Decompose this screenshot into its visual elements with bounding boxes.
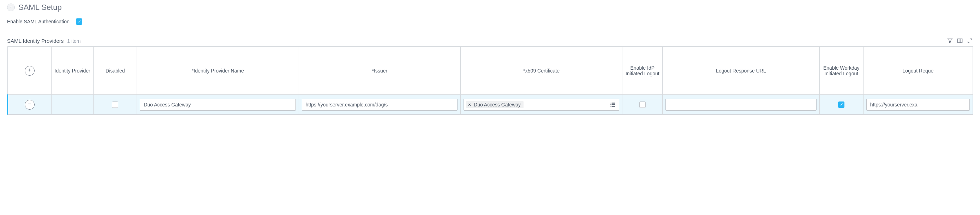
identity-provider-cell xyxy=(51,95,94,115)
remove-cert-button[interactable] xyxy=(468,103,472,107)
col-header-enable-workday-logout: Enable Workday Initiated Logout xyxy=(819,47,863,95)
check-icon xyxy=(77,19,81,24)
remove-row-button[interactable] xyxy=(25,100,35,110)
col-header-issuer: *Issuer xyxy=(299,47,460,95)
issuer-input[interactable] xyxy=(302,99,458,111)
svg-rect-4 xyxy=(612,103,615,103)
col-header-name: *Identity Provider Name xyxy=(137,47,299,95)
logout-response-url-input[interactable] xyxy=(665,99,816,111)
table-title: SAML Identity Providers xyxy=(7,38,64,44)
enable-saml-checkbox[interactable] xyxy=(76,18,82,25)
identity-provider-name-input[interactable] xyxy=(140,99,296,111)
col-header-cert: *x509 Certificate xyxy=(461,47,622,95)
enable-workday-logout-checkbox[interactable] xyxy=(838,101,845,108)
enable-saml-label: Enable SAML Authentication xyxy=(7,19,70,24)
svg-rect-6 xyxy=(612,104,615,105)
plus-icon xyxy=(27,67,32,74)
chevron-down-icon xyxy=(9,5,13,10)
table-item-count: 1 item xyxy=(67,38,81,44)
cert-token-label: Duo Access Gateway xyxy=(474,102,521,108)
svg-point-7 xyxy=(611,106,611,106)
svg-rect-8 xyxy=(612,106,615,106)
enable-idp-logout-checkbox[interactable] xyxy=(640,101,646,108)
section-title: SAML Setup xyxy=(18,3,62,12)
svg-point-5 xyxy=(611,104,611,105)
add-row-button[interactable] xyxy=(25,66,35,76)
cert-list-icon[interactable] xyxy=(610,101,616,108)
x509-cert-field[interactable]: Duo Access Gateway xyxy=(463,99,619,111)
col-header-disabled: Disabled xyxy=(94,47,137,95)
logout-request-url-input[interactable] xyxy=(866,99,970,111)
fullscreen-icon[interactable] xyxy=(967,37,973,44)
col-header-logout-response-url: Logout Response URL xyxy=(663,47,820,95)
filter-icon[interactable] xyxy=(947,37,953,44)
columns-icon[interactable] xyxy=(957,37,963,44)
check-icon xyxy=(839,102,843,108)
minus-icon xyxy=(27,101,32,108)
svg-point-3 xyxy=(611,103,611,103)
section-collapse-button[interactable] xyxy=(7,3,15,11)
disabled-checkbox[interactable] xyxy=(112,101,118,108)
col-header-identity-provider: Identity Provider xyxy=(51,47,94,95)
col-header-enable-idp-logout: Enable IdP Initiated Logout xyxy=(622,47,663,95)
svg-rect-0 xyxy=(958,39,963,43)
cert-token: Duo Access Gateway xyxy=(466,101,523,108)
table-row: Duo Access Gateway xyxy=(8,95,973,115)
col-header-logout-request: Logout Reque xyxy=(863,47,973,95)
